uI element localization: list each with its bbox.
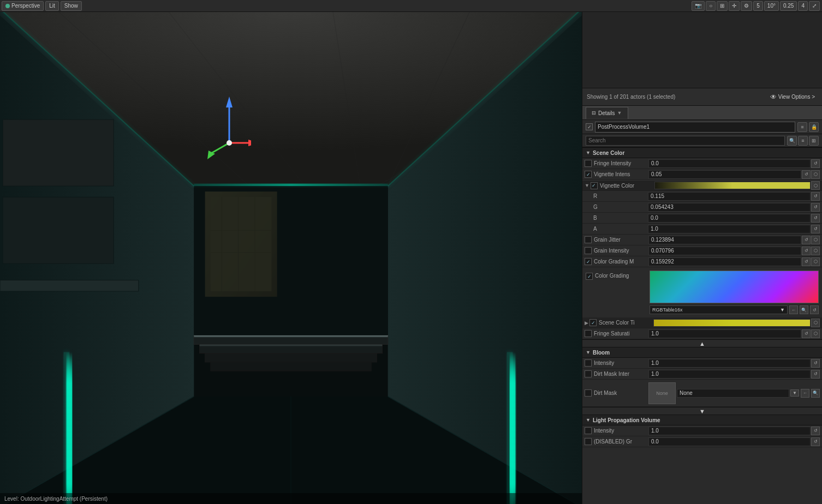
- settings-icon-btn[interactable]: ⚙: [741, 1, 752, 11]
- g-input[interactable]: [648, 203, 811, 212]
- color-grading-m-link-btn[interactable]: ⬡: [811, 257, 820, 266]
- fringe-saturation-checkbox[interactable]: [585, 330, 592, 337]
- bloom-intensity-reset-btn[interactable]: ↺: [811, 359, 820, 368]
- a-input[interactable]: [648, 225, 811, 233]
- color-grading-lut-checkbox[interactable]: [586, 273, 593, 280]
- count-5-btn[interactable]: 5: [753, 1, 763, 11]
- filter-list-btn[interactable]: ≡: [798, 136, 808, 146]
- grain-intensity-checkbox[interactable]: [585, 247, 592, 254]
- grid-icon-btn[interactable]: ⊞: [717, 1, 728, 11]
- angle-btn[interactable]: 10°: [764, 1, 779, 11]
- vignette-intensity-input[interactable]: [648, 170, 801, 179]
- dirt-mask-intensity-reset-btn[interactable]: ↺: [811, 370, 820, 379]
- fringe-intensity-value-container: ↺: [648, 159, 820, 168]
- bloom-intensity-input[interactable]: [648, 359, 811, 368]
- grain-jitter-link-btn[interactable]: ⬡: [811, 236, 820, 244]
- lut-search-btn[interactable]: 🔍: [800, 305, 808, 314]
- lut-dropdown[interactable]: RGBTable16x ▼: [650, 305, 788, 314]
- num-4-btn[interactable]: 4: [798, 1, 808, 11]
- svg-marker-42: [226, 97, 233, 107]
- a-reset-btn[interactable]: ↺: [811, 225, 820, 233]
- lpv-intensity-checkbox[interactable]: [585, 427, 592, 434]
- scene-color-tint-expand-btn[interactable]: ⬡: [811, 319, 820, 327]
- scene-color-tint-label: Scene Color Ti: [599, 320, 653, 326]
- scale-btn[interactable]: 0.25: [780, 1, 797, 11]
- g-reset-btn[interactable]: ↺: [811, 203, 820, 212]
- camera-icon-btn[interactable]: 📷: [692, 1, 705, 11]
- vignette-color-expand-btn[interactable]: ⬡: [811, 181, 820, 190]
- dirt-mask-value[interactable]: None: [677, 389, 789, 398]
- vignette-color-collapse[interactable]: ▼: [585, 183, 589, 188]
- fringe-intensity-reset-btn[interactable]: ↺: [811, 159, 820, 168]
- color-grading-m-checkbox[interactable]: [585, 258, 592, 265]
- grain-intensity-link-btn[interactable]: ⬡: [811, 247, 820, 255]
- scene-color-section-header[interactable]: ▼ Scene Color: [582, 147, 822, 158]
- vignette-color-checkbox[interactable]: [591, 182, 598, 189]
- move-gizmo[interactable]: [207, 94, 251, 159]
- scene-color-tint-swatch[interactable]: [653, 319, 811, 327]
- actor-name-input[interactable]: [595, 122, 795, 133]
- fringe-saturation-link-btn[interactable]: ⬡: [811, 329, 820, 338]
- top-toolbar: Perspective Lit Show 📷 ○ ⊞ ✛ ⚙ 5 10° 0.2…: [0, 0, 822, 12]
- scene-color-tint-checkbox[interactable]: [589, 319, 597, 326]
- grain-jitter-reset-btn[interactable]: ↺: [802, 236, 811, 244]
- grain-jitter-checkbox[interactable]: [585, 236, 592, 243]
- scroll-down-indicator[interactable]: ▼: [582, 407, 822, 415]
- actor-visibility-checkbox[interactable]: ✓: [586, 123, 593, 130]
- b-reset-btn[interactable]: ↺: [811, 214, 820, 223]
- color-grading-m-reset-btn[interactable]: ↺: [802, 257, 811, 266]
- search-submit-btn[interactable]: 🔍: [787, 136, 797, 146]
- search-input[interactable]: [586, 136, 785, 146]
- lpv-intensity-reset-btn[interactable]: ↺: [811, 427, 820, 435]
- lit-button[interactable]: Lit: [45, 1, 59, 11]
- expand-all-btn[interactable]: ⊞: [809, 136, 819, 146]
- actor-lock-icon-btn[interactable]: 🔒: [809, 122, 819, 132]
- scroll-indicator[interactable]: ▲: [582, 339, 822, 347]
- dirt-mask-checkbox[interactable]: [585, 389, 592, 397]
- r-reset-btn[interactable]: ↺: [811, 192, 820, 201]
- dirt-mask-intensity-input[interactable]: [648, 370, 811, 379]
- show-label: Show: [64, 3, 78, 9]
- scene-color-tint-collapse[interactable]: ▶: [585, 320, 588, 326]
- actor-search-icon-btn[interactable]: ≡: [797, 122, 807, 132]
- bloom-section-header[interactable]: ▼ Bloom: [582, 347, 822, 358]
- dirt-mask-search-btn[interactable]: 🔍: [811, 389, 820, 398]
- lut-refresh-btn[interactable]: ↺: [810, 305, 819, 314]
- grain-jitter-input[interactable]: [648, 236, 801, 244]
- fringe-saturation-input[interactable]: [648, 329, 801, 338]
- maximize-btn[interactable]: ⤢: [809, 1, 820, 11]
- view-options-label: View Options >: [778, 94, 815, 100]
- fringe-intensity-checkbox[interactable]: [585, 160, 592, 167]
- lut-gradient-preview[interactable]: [650, 271, 819, 303]
- vignette-intensity-link-btn[interactable]: ⬡: [811, 170, 820, 179]
- lpv-disabled-gi-checkbox[interactable]: [585, 438, 592, 445]
- r-input[interactable]: [648, 192, 811, 201]
- dirt-mask-dropdown-btn[interactable]: ▼: [790, 389, 799, 397]
- sphere-icon-btn[interactable]: ○: [706, 1, 716, 11]
- dirt-mask-back-btn[interactable]: ←: [801, 389, 809, 398]
- lpv-disabled-gi-input[interactable]: [648, 437, 811, 446]
- vignette-intensity-checkbox[interactable]: [585, 171, 592, 178]
- perspective-button[interactable]: Perspective: [2, 1, 44, 11]
- color-grading-lut-box: Color Grading RGBTable16x ▼ ← 🔍: [582, 267, 822, 317]
- light-propagation-section-header[interactable]: ▼ Light Propagation Volume: [582, 415, 822, 425]
- vignette-b-row: B ↺: [582, 213, 822, 224]
- details-tab[interactable]: ⊟ Details ▼: [586, 107, 628, 119]
- color-grading-m-input[interactable]: [648, 257, 801, 266]
- show-button[interactable]: Show: [61, 1, 82, 11]
- fringe-intensity-input[interactable]: [648, 159, 811, 168]
- lpv-intensity-input[interactable]: [648, 427, 811, 435]
- lut-back-btn[interactable]: ←: [789, 305, 798, 314]
- grain-intensity-reset-btn[interactable]: ↺: [802, 247, 811, 255]
- grain-intensity-input[interactable]: [648, 247, 801, 255]
- b-input[interactable]: [648, 214, 811, 223]
- vignette-color-swatch[interactable]: [654, 182, 811, 189]
- lpv-disabled-gi-reset-btn[interactable]: ↺: [811, 437, 820, 446]
- view-options-button[interactable]: 👁 View Options >: [767, 92, 818, 102]
- axis-icon-btn[interactable]: ✛: [729, 1, 740, 11]
- bloom-intensity-checkbox[interactable]: [585, 359, 592, 367]
- viewport[interactable]: Level: OutdoorLightingAttempt (Persisten…: [0, 12, 582, 504]
- fringe-saturation-reset-btn[interactable]: ↺: [802, 329, 811, 338]
- vignette-intensity-reset-btn[interactable]: ↺: [802, 170, 811, 179]
- dirt-mask-intensity-checkbox[interactable]: [585, 370, 592, 377]
